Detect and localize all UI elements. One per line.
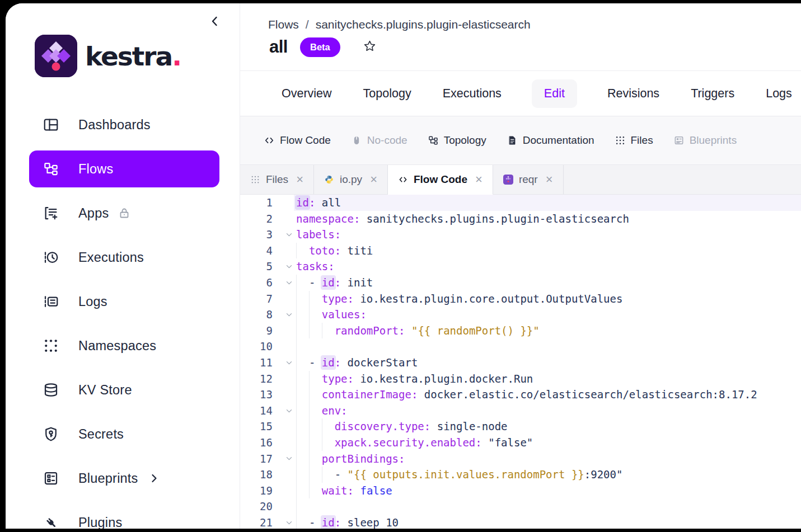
code-text: randomPort: "{{ randomPort() }}"	[296, 324, 540, 337]
sidebar-item-namespaces[interactable]: Namespaces	[29, 327, 219, 364]
sidebar-item-label: Secrets	[78, 427, 124, 442]
title-row: all Beta	[269, 37, 377, 57]
code-text: env:	[296, 404, 348, 417]
sidebar-collapse-button[interactable]	[208, 15, 223, 29]
close-icon[interactable]: ×	[475, 172, 483, 187]
sidebar-item-plugins[interactable]: Plugins	[29, 504, 219, 529]
code-line: 7 type: io.kestra.plugin.core.output.Out…	[240, 291, 801, 307]
line-number: 19	[240, 483, 273, 499]
code-text: portBindings:	[296, 453, 405, 465]
sidebar-item-dashboards[interactable]: Dashboards	[29, 106, 219, 143]
tab-topology[interactable]: Topology	[362, 79, 413, 108]
line-number: 7	[240, 291, 273, 307]
fold-chevron-down-icon[interactable]	[282, 307, 296, 323]
fold-chevron-down-icon[interactable]	[282, 403, 296, 419]
toolbar-label: Documentation	[523, 134, 594, 147]
sidebar-item-apps[interactable]: Apps	[29, 195, 219, 232]
chevron-left-icon	[208, 20, 222, 30]
page-tabs: OverviewTopologyExecutionsEditRevisionsT…	[240, 71, 801, 116]
editor-tab-strip: Files×io.py×Flow Code×reqr×	[240, 165, 801, 195]
chevron-right-icon	[147, 472, 161, 485]
kestra-wordmark-dot: .	[172, 41, 181, 72]
tab-triggers[interactable]: Triggers	[690, 79, 736, 108]
code-line: 19 wait: false	[240, 483, 801, 499]
code-line: 15 discovery.type: single-node	[240, 418, 801, 435]
code-line: 18 - "{{ outputs.init.values.randomPort …	[240, 467, 801, 483]
tab-edit[interactable]: Edit	[532, 79, 577, 108]
sidebar-item-executions[interactable]: Executions	[29, 239, 219, 276]
code-text: type: io.kestra.plugin.docker.Run	[296, 373, 533, 385]
close-icon[interactable]: ×	[370, 172, 377, 187]
breadcrumb-flows-link[interactable]: Flows	[268, 18, 299, 31]
sidebar-item-flows[interactable]: Flows	[29, 150, 219, 187]
sidebar-item-blueprints[interactable]: Blueprints	[29, 460, 219, 497]
toolbar-blueprints-button[interactable]: Blueprints	[673, 134, 737, 147]
tab-overview[interactable]: Overview	[280, 79, 333, 108]
code-line: 8 values:	[240, 307, 801, 323]
code-text: type: io.kestra.plugin.core.output.Outpu…	[296, 293, 622, 305]
line-number: 12	[240, 371, 273, 387]
line-number: 8	[240, 307, 273, 323]
code-text: namespace: sanitychecks.plugins.plugin-e…	[296, 213, 629, 225]
toolbar-topology-button[interactable]: Topology	[428, 134, 486, 147]
secrets-icon	[43, 426, 59, 442]
editor-tab-label: io.py	[340, 173, 362, 186]
code-line: 3labels:	[240, 227, 801, 243]
toolbar-no-code-button[interactable]: No-code	[351, 134, 407, 147]
toolbar-flow-code-button[interactable]: Flow Code	[264, 134, 331, 147]
tab-logs[interactable]: Logs	[765, 79, 793, 108]
toolbar-files-button[interactable]: Files	[615, 134, 653, 147]
topology-icon	[428, 135, 439, 146]
sidebar-item-label: Blueprints	[78, 471, 138, 486]
code-line: 14 env:	[240, 403, 801, 419]
kestra-icon	[503, 175, 513, 185]
fold-chevron-down-icon[interactable]	[282, 258, 296, 275]
close-icon[interactable]: ×	[546, 172, 553, 187]
beta-badge: Beta	[300, 37, 340, 57]
code-text: tasks:	[296, 260, 335, 272]
fold-chevron-down-icon[interactable]	[282, 355, 296, 371]
fold-chevron-down-icon[interactable]	[282, 515, 296, 529]
editor-tab-label: reqr	[519, 173, 538, 186]
fold-chevron-down-icon[interactable]	[282, 275, 296, 291]
code-editor[interactable]: 1id: all2namespace: sanitychecks.plugins…	[240, 195, 801, 529]
sidebar-item-logs[interactable]: Logs	[29, 283, 219, 320]
breadcrumb-namespace[interactable]: sanitychecks.plugins.plugin-elasticsearc…	[316, 18, 531, 31]
line-number: 11	[240, 355, 273, 371]
kestra-wordmark: kestra.	[85, 41, 181, 72]
fold-chevron-down-icon[interactable]	[282, 451, 296, 467]
kestra-logo[interactable]: kestra.	[35, 35, 181, 77]
code-line: 13 containerImage: docker.elastic.co/ela…	[240, 387, 801, 403]
flows-icon	[43, 161, 59, 177]
line-number: 10	[240, 338, 273, 355]
line-number: 14	[240, 403, 273, 419]
toolbar-documentation-button[interactable]: Documentation	[507, 134, 594, 147]
plugins-icon	[43, 514, 59, 529]
dashboards-icon	[43, 116, 59, 133]
tab-executions[interactable]: Executions	[442, 79, 503, 108]
code-text: - id: sleep_10	[296, 516, 399, 529]
sidebar-nav: DashboardsFlowsAppsExecutionsLogsNamespa…	[6, 106, 240, 529]
line-number: 17	[240, 451, 273, 467]
code-line: 9 randomPort: "{{ randomPort() }}"	[240, 323, 801, 339]
sidebar-item-secrets[interactable]: Secrets	[29, 416, 219, 453]
favorite-button[interactable]	[363, 39, 377, 55]
line-number: 3	[240, 227, 273, 243]
document-icon	[507, 135, 518, 146]
editor-tab-flow-code[interactable]: Flow Code×	[388, 165, 493, 195]
editor-tab-reqr[interactable]: reqr×	[493, 165, 564, 194]
code-line: 6 - id: init	[240, 275, 801, 291]
sidebar-item-label: KV Store	[78, 383, 132, 398]
editor-tab-files[interactable]: Files×	[240, 165, 314, 194]
editor-toolbar: Flow CodeNo-codeTopologyDocumentationFil…	[240, 116, 801, 165]
editor-tab-io-py[interactable]: io.py×	[314, 165, 388, 194]
tab-revisions[interactable]: Revisions	[606, 79, 661, 108]
code-text: toto: titi	[296, 244, 373, 257]
code-line: 4 toto: titi	[240, 243, 801, 259]
editor-tab-label: Flow Code	[414, 173, 467, 186]
fold-chevron-down-icon[interactable]	[282, 227, 296, 243]
sidebar-item-label: Executions	[78, 250, 144, 265]
editor-tab-label: Files	[266, 173, 288, 186]
sidebar-item-kv-store[interactable]: KV Store	[29, 371, 219, 408]
close-icon[interactable]: ×	[296, 172, 303, 187]
